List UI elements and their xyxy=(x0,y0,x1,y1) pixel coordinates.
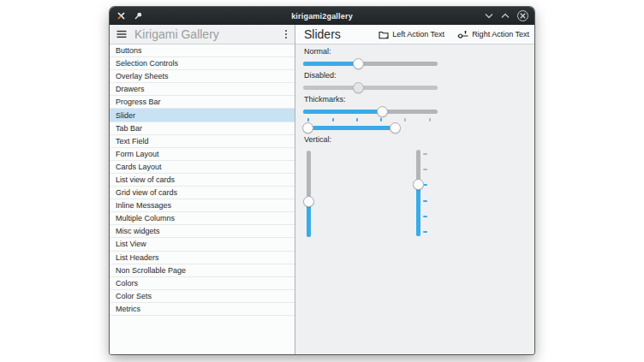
sidebar-item-non-scrollable-page[interactable]: Non Scrollable Page xyxy=(110,264,295,277)
disabled-slider[interactable] xyxy=(303,82,438,93)
sidebar-item-label: Text Field xyxy=(116,137,149,145)
range-slider[interactable] xyxy=(303,122,402,134)
sidebar-item-progress-bar[interactable]: Progress Bar xyxy=(110,96,295,109)
sidebar-item-multiple-columns[interactable]: Multiple Columns xyxy=(110,212,295,225)
tick-mark xyxy=(429,118,431,122)
kebab-menu-icon[interactable] xyxy=(284,29,288,39)
slider-handle[interactable] xyxy=(302,122,313,134)
sidebar-item-label: Grid view of cards xyxy=(116,188,177,197)
sidebar-item-drawers[interactable]: Drawers xyxy=(110,83,295,96)
slider-handle[interactable] xyxy=(390,122,401,134)
sidebar-item-tab-bar[interactable]: Tab Bar xyxy=(110,122,295,135)
sidebar-item-selection-controls[interactable]: Selection Controls xyxy=(110,57,295,70)
slider-fill xyxy=(416,184,420,236)
sidebar-item-misc-widgets[interactable]: Misc widgets xyxy=(110,225,295,238)
left-action-label: Left Action Text xyxy=(392,30,444,39)
sidebar-item-label: List Headers xyxy=(116,253,159,262)
right-action-label: Right Action Text xyxy=(472,30,529,39)
vertical-sliders-label: Vertical: xyxy=(304,135,331,144)
sidebar-item-label: Overlay Sheets xyxy=(116,72,169,80)
slider-handle[interactable] xyxy=(377,106,388,117)
sidebar-item-text-field[interactable]: Text Field xyxy=(110,135,295,148)
tick-mark xyxy=(423,216,427,217)
thickmarks-slider[interactable] xyxy=(303,106,438,117)
slider-fill xyxy=(303,110,383,114)
sidebar-item-label: Non Scrollable Page xyxy=(116,266,186,275)
sidebar-item-list-headers[interactable]: List Headers xyxy=(110,252,295,264)
sidebar-item-label: Drawers xyxy=(116,85,145,93)
sliders-page: Normal: Disabled: Thickmarks: Vertical: xyxy=(295,45,534,354)
tick-mark xyxy=(423,169,427,170)
sidebar-item-slider[interactable]: Slider xyxy=(110,109,295,122)
sidebar-item-label: Tab Bar xyxy=(116,124,142,133)
sidebar-item-label: Selection Controls xyxy=(116,59,178,68)
sidebar-item-label: Cards Layout xyxy=(116,163,162,171)
slider-config-icon xyxy=(457,30,468,39)
sidebar-item-list-view-of-cards[interactable]: List view of cards xyxy=(110,174,295,187)
close-icon[interactable] xyxy=(517,10,528,21)
sidebar-item-metrics[interactable]: Metrics xyxy=(110,303,295,316)
left-action-button[interactable]: Left Action Text xyxy=(379,30,444,39)
sidebar-item-label: Form Layout xyxy=(116,150,159,158)
sidebar-item-label: Slider xyxy=(116,111,135,120)
sidebar-item-label: Metrics xyxy=(116,305,140,313)
slider-fill xyxy=(303,62,358,66)
tick-mark xyxy=(380,118,382,122)
sidebar-item-colors[interactable]: Colors xyxy=(110,277,295,290)
desktop-background: kirigami2gallery xyxy=(0,0,644,362)
sidebar-item-label: Inline Messages xyxy=(116,201,171,210)
app-icon[interactable] xyxy=(116,10,127,21)
sidebar-item-label: Progress Bar xyxy=(116,98,161,106)
app-window: kirigami2gallery xyxy=(110,7,534,354)
vertical-tickmarks-slider[interactable] xyxy=(412,150,425,236)
sidebar-item-list-view[interactable]: List View xyxy=(110,238,295,251)
chevron-down-icon[interactable] xyxy=(485,13,493,19)
slider-handle[interactable] xyxy=(413,179,424,190)
thickmarks-slider-label: Thickmarks: xyxy=(304,95,346,104)
normal-slider-label: Normal: xyxy=(304,47,331,56)
tick-mark xyxy=(423,153,427,155)
vertical-slider[interactable] xyxy=(302,151,315,237)
page-header: Sliders Left Action Text xyxy=(295,25,534,45)
tick-mark xyxy=(332,118,334,122)
sidebar-item-buttons[interactable]: Buttons xyxy=(110,45,295,57)
sidebar-item-label: Misc widgets xyxy=(116,227,160,235)
slider-handle[interactable] xyxy=(353,82,364,93)
tick-mark xyxy=(423,200,427,202)
sidebar-item-label: List view of cards xyxy=(116,175,175,184)
sidebar-item-label: List View xyxy=(116,240,146,248)
sidebar: Kirigami Gallery ButtonsSelection Contro… xyxy=(110,25,295,354)
chevron-up-icon[interactable] xyxy=(501,13,510,19)
tick-mark xyxy=(423,231,427,233)
titlebar[interactable]: kirigami2gallery xyxy=(110,7,534,25)
sidebar-header: Kirigami Gallery xyxy=(110,25,295,45)
slider-track xyxy=(303,86,438,90)
slider-handle[interactable] xyxy=(303,196,314,207)
main-pane: Sliders Left Action Text xyxy=(295,25,534,354)
tick-mark xyxy=(404,118,406,122)
sidebar-item-label: Colors xyxy=(116,279,138,288)
sidebar-item-label: Multiple Columns xyxy=(116,214,175,223)
hamburger-icon[interactable] xyxy=(116,30,127,39)
sidebar-title: Kirigami Gallery xyxy=(134,27,277,41)
sidebar-item-color-sets[interactable]: Color Sets xyxy=(110,290,295,303)
sidebar-item-grid-view-of-cards[interactable]: Grid view of cards xyxy=(110,187,295,199)
right-action-button[interactable]: Right Action Text xyxy=(457,30,529,39)
slider-handle[interactable] xyxy=(353,58,364,69)
sidebar-item-inline-messages[interactable]: Inline Messages xyxy=(110,199,295,212)
window-title: kirigami2gallery xyxy=(110,12,534,21)
tick-mark xyxy=(356,118,358,122)
sidebar-nav: ButtonsSelection ControlsOverlay SheetsD… xyxy=(110,45,295,354)
tick-mark xyxy=(307,118,309,122)
sidebar-item-overlay-sheets[interactable]: Overlay Sheets xyxy=(110,70,295,83)
slider-range-fill xyxy=(308,126,396,130)
sidebar-item-cards-layout[interactable]: Cards Layout xyxy=(110,161,295,174)
disabled-slider-label: Disabled: xyxy=(304,71,337,80)
pin-icon[interactable] xyxy=(133,11,143,21)
normal-slider[interactable] xyxy=(303,58,438,69)
sidebar-item-label: Buttons xyxy=(116,46,142,55)
sidebar-item-label: Color Sets xyxy=(116,292,152,300)
folder-icon xyxy=(379,30,389,39)
page-title: Sliders xyxy=(304,27,366,41)
sidebar-item-form-layout[interactable]: Form Layout xyxy=(110,148,295,161)
